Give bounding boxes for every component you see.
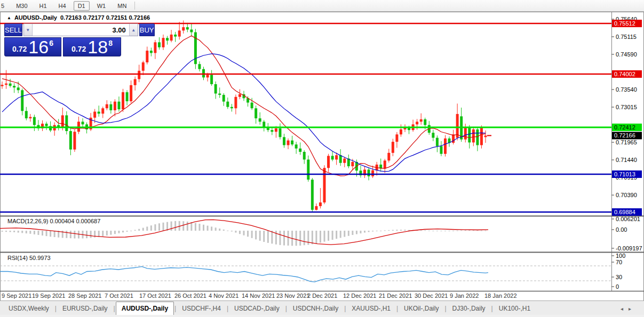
- svg-text:0.71440: 0.71440: [616, 157, 637, 163]
- volume-input[interactable]: [33, 24, 129, 36]
- buy-price-prefix: 0.72: [71, 45, 86, 53]
- svg-text:0.69884: 0.69884: [614, 209, 635, 215]
- volume-decrease-icon[interactable]: ▼: [24, 24, 33, 36]
- chart-tab-ukoil-daily[interactable]: UKOil-,Daily: [399, 303, 444, 315]
- svg-text:9 Jan 2022: 9 Jan 2022: [450, 292, 479, 299]
- timeframe-toolbar: 5M30H1H4D1W1MN: [0, 0, 644, 12]
- tab-scroll-arrows[interactable]: ◂▸: [621, 306, 637, 315]
- svg-text:19 Sep 2021: 19 Sep 2021: [32, 292, 65, 299]
- chart-tab-bar: USDX,Weekly|EURUSD-,Daily|AUDUSD-,Daily|…: [0, 300, 644, 315]
- svg-text:2 Dec 2021: 2 Dec 2021: [307, 292, 337, 299]
- svg-text:23 Nov 2021: 23 Nov 2021: [276, 292, 309, 299]
- buy-button[interactable]: BUY: [139, 23, 155, 36]
- application-window: 0.756400.751150.745900.735400.730150.719…: [0, 0, 644, 317]
- svg-text:17 Oct 2021: 17 Oct 2021: [139, 292, 171, 299]
- svg-text:0.72166: 0.72166: [614, 132, 635, 139]
- timeframe-button-m30[interactable]: M30: [12, 1, 31, 11]
- chart-tab-audusd-daily[interactable]: AUDUSD-,Daily: [116, 302, 174, 315]
- chart-tab-usdcnh-daily[interactable]: USDCNH-,Daily: [288, 303, 344, 315]
- svg-text:28 Sep 2021: 28 Sep 2021: [68, 292, 101, 299]
- svg-text:0.71013: 0.71013: [614, 171, 635, 177]
- svg-text:100: 100: [616, 253, 625, 259]
- one-click-trade-panel: SELL ▼ ▲ BUY 0.72 16 6 0.72 18 8: [4, 23, 121, 56]
- svg-text:26 Oct 2021: 26 Oct 2021: [174, 292, 206, 299]
- rsi-indicator-label: RSI(14) 50.9973: [7, 255, 51, 261]
- chart-tab-usdx-weekly[interactable]: USDX,Weekly: [3, 303, 54, 315]
- svg-text:0.73015: 0.73015: [616, 104, 637, 110]
- sell-price-superscript: 6: [49, 39, 53, 47]
- svg-text:18 Jan 2022: 18 Jan 2022: [484, 292, 517, 299]
- svg-text:0.71965: 0.71965: [616, 139, 637, 145]
- timeframe-button-d1[interactable]: D1: [74, 1, 90, 11]
- svg-text:30: 30: [616, 274, 622, 280]
- svg-text:0.00: 0.00: [616, 226, 627, 233]
- svg-text:9 Sep 2021: 9 Sep 2021: [2, 292, 31, 299]
- svg-text:21 Dec 2021: 21 Dec 2021: [379, 292, 412, 299]
- timeframe-button-5[interactable]: 5: [1, 1, 9, 11]
- svg-text:0.75512: 0.75512: [614, 20, 635, 27]
- svg-text:12 Dec 2021: 12 Dec 2021: [343, 292, 376, 299]
- volume-increase-icon[interactable]: ▲: [129, 24, 138, 36]
- chart-tab-uk100-h1[interactable]: UK100-,H1: [494, 303, 536, 315]
- svg-text:0.75115: 0.75115: [616, 34, 637, 40]
- svg-text:0.73540: 0.73540: [616, 86, 637, 93]
- macd-indicator-label: MACD(12,26,9) 0.000404 0.000687: [7, 218, 100, 224]
- svg-text:70: 70: [616, 259, 622, 265]
- buy-price-tile[interactable]: 0.72 18 8: [63, 37, 121, 56]
- svg-text:0: 0: [616, 283, 619, 290]
- sell-price-tile[interactable]: 0.72 16 6: [4, 37, 61, 56]
- toolbar-separator: [134, 2, 135, 10]
- svg-text:0.74002: 0.74002: [614, 71, 635, 77]
- chart-ohlc-values: 0.72163 0.72177 0.72151 0.72166: [60, 14, 150, 21]
- sell-price-prefix: 0.72: [12, 45, 27, 53]
- chart-window-title: ▲ AUDUSD-,Daily 0.72163 0.72177 0.72151 …: [7, 14, 150, 21]
- svg-text:0.72412: 0.72412: [614, 124, 635, 131]
- svg-text:-0.009197: -0.009197: [616, 245, 642, 251]
- buy-price-big: 18: [88, 39, 108, 55]
- svg-text:0.74590: 0.74590: [616, 51, 637, 58]
- chart-tab-usdchf-h4[interactable]: USDCHF-,H4: [177, 303, 226, 315]
- chart-tab-dj30-daily[interactable]: DJ30-,Daily: [447, 303, 491, 315]
- chart-tab-usdcad-daily[interactable]: USDCAD-,Daily: [229, 303, 285, 315]
- volume-spinner: ▼ ▲: [23, 23, 138, 36]
- svg-text:7 Oct 2021: 7 Oct 2021: [105, 292, 133, 299]
- timeframe-button-mn[interactable]: MN: [113, 1, 131, 11]
- svg-text:14 Nov 2021: 14 Nov 2021: [242, 292, 275, 299]
- sell-price-big: 16: [28, 39, 49, 55]
- svg-text:30 Dec 2021: 30 Dec 2021: [415, 292, 448, 299]
- svg-text:0.70390: 0.70390: [616, 192, 637, 198]
- sell-button[interactable]: SELL: [4, 23, 22, 36]
- chart-symbol-label: AUDUSD-,Daily: [14, 14, 57, 21]
- svg-text:4 Nov 2021: 4 Nov 2021: [209, 292, 238, 299]
- chart-tab-eurusd-daily[interactable]: EURUSD-,Daily: [57, 303, 113, 315]
- timeframe-button-h4[interactable]: H4: [54, 1, 70, 11]
- timeframe-button-w1[interactable]: W1: [93, 1, 110, 11]
- chart-tab-xauusd-h1[interactable]: XAUUSD-,H1: [346, 303, 396, 315]
- timeframe-button-h1[interactable]: H1: [35, 1, 51, 11]
- collapse-triangle-icon[interactable]: ▲: [7, 15, 11, 20]
- buy-price-superscript: 8: [108, 39, 113, 47]
- svg-text:0.006201: 0.006201: [616, 216, 640, 222]
- tab-separator: |: [113, 305, 116, 315]
